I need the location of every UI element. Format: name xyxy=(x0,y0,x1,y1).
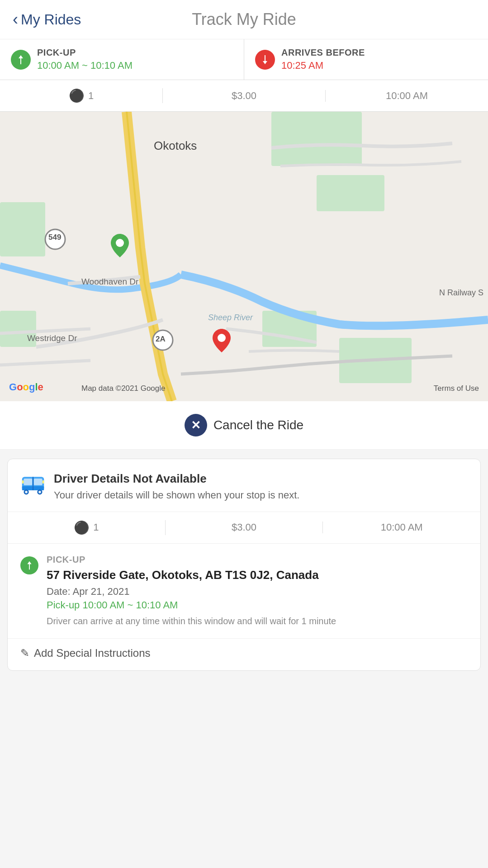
pickup-address: 57 Riverside Gate, Okotoks, AB T1S 0J2, … xyxy=(47,568,336,583)
ride-stats: ⚫ 1 $3.00 10:00 AM xyxy=(0,80,488,111)
svg-rect-13 xyxy=(34,479,43,485)
pickup-note: Driver can arrive at any time within thi… xyxy=(47,615,336,627)
map-label-westridge: Westridge Dr xyxy=(27,333,77,343)
map-terms: Terms of Use xyxy=(434,384,479,393)
ride-time: 10:00 AM xyxy=(326,90,488,102)
map-label-woodhaven: Woodhaven Dr xyxy=(81,277,138,287)
svg-rect-21 xyxy=(43,480,44,484)
pickup-detail-label: PICK-UP xyxy=(47,555,336,565)
detail-card: Driver Details Not Available Your driver… xyxy=(7,459,481,671)
map-container[interactable]: Okotoks Woodhaven Dr Westridge Dr N Rail… xyxy=(0,112,488,401)
map-background: Okotoks Woodhaven Dr Westridge Dr N Rail… xyxy=(0,112,488,401)
cancel-section: ✕ Cancel the Ride xyxy=(0,401,488,450)
driver-unavailable-subtitle: Your driver details will be shown when y… xyxy=(54,489,299,503)
driver-passenger-count: ⚫ 1 xyxy=(8,520,166,535)
driver-text: Driver Details Not Available Your driver… xyxy=(54,472,299,503)
map-label-sheep-river: Sheep River xyxy=(208,313,253,323)
arrives-icon xyxy=(255,50,275,70)
map-label-railway: N Railway S xyxy=(439,288,483,298)
svg-rect-20 xyxy=(22,480,24,484)
pickup-up-icon xyxy=(11,50,31,70)
driver-section: Driver Details Not Available Your driver… xyxy=(8,459,480,512)
person-icon-2: ⚫ xyxy=(74,520,90,535)
pickup-label: PICK-UP xyxy=(37,47,133,58)
cancel-label: Cancel the Ride xyxy=(213,418,303,432)
arrives-section: ARRIVES BEFORE 10:25 AM xyxy=(244,39,488,80)
person-icon: ⚫ xyxy=(69,88,85,103)
pickup-section: PICK-UP 10:00 AM ~ 10:10 AM xyxy=(0,39,244,80)
back-label: My Rides xyxy=(21,11,81,28)
map-svg xyxy=(0,112,488,401)
arrives-label: ARRIVES BEFORE xyxy=(281,47,365,58)
add-instructions-button[interactable]: ✎ Add Special Instructions xyxy=(8,638,480,670)
road-2a: 2A xyxy=(156,335,166,344)
google-logo: Google xyxy=(9,381,43,393)
svg-rect-1 xyxy=(271,112,362,166)
dropoff-map-pin xyxy=(213,329,231,351)
passenger-count: ⚫ 1 xyxy=(0,88,163,103)
pickup-detail-icon xyxy=(20,556,38,574)
ride-info-bar: PICK-UP 10:00 AM ~ 10:10 AM ARRIVES BEFO… xyxy=(0,39,488,112)
road-549: 549 xyxy=(48,233,61,242)
passenger-number: 1 xyxy=(88,90,94,102)
driver-time: 10:00 AM xyxy=(323,522,480,533)
arrives-time: 10:25 AM xyxy=(281,60,365,71)
driver-unavailable-title: Driver Details Not Available xyxy=(54,472,299,486)
pickup-map-pin xyxy=(111,234,129,256)
svg-rect-3 xyxy=(0,202,45,256)
svg-rect-2 xyxy=(317,175,384,211)
driver-price: $3.00 xyxy=(166,522,323,533)
svg-rect-12 xyxy=(24,479,32,485)
pickup-time: 10:00 AM ~ 10:10 AM xyxy=(37,60,133,71)
header: ‹ My Rides Track My Ride xyxy=(0,0,488,39)
pickup-detail-content: PICK-UP 57 Riverside Gate, Okotoks, AB T… xyxy=(47,555,336,627)
cancel-ride-button[interactable]: ✕ Cancel the Ride xyxy=(185,414,303,436)
pickup-window: Pick-up 10:00 AM ~ 10:10 AM xyxy=(47,599,336,611)
page-title: Track My Ride xyxy=(192,10,296,29)
ride-info-top: PICK-UP 10:00 AM ~ 10:10 AM ARRIVES BEFO… xyxy=(0,39,488,80)
pickup-detail: PICK-UP 57 Riverside Gate, Okotoks, AB T… xyxy=(8,544,480,638)
svg-point-17 xyxy=(25,491,28,493)
add-instructions-label: Add Special Instructions xyxy=(34,647,150,659)
pickup-date: Date: Apr 21, 2021 xyxy=(47,586,336,598)
back-chevron-icon: ‹ xyxy=(13,10,18,29)
map-copyright: Map data ©2021 Google xyxy=(81,384,166,393)
map-label-okotoks: Okotoks xyxy=(154,139,197,153)
back-button[interactable]: ‹ My Rides xyxy=(13,10,81,29)
driver-passenger-number: 1 xyxy=(93,522,99,533)
svg-point-19 xyxy=(38,491,41,493)
svg-point-10 xyxy=(218,334,226,342)
pencil-icon: ✎ xyxy=(20,647,29,659)
cancel-circle-icon: ✕ xyxy=(185,414,207,436)
driver-stats-row: ⚫ 1 $3.00 10:00 AM xyxy=(8,512,480,544)
svg-point-9 xyxy=(116,239,124,247)
bus-icon xyxy=(20,472,46,497)
ride-price: $3.00 xyxy=(163,90,326,102)
